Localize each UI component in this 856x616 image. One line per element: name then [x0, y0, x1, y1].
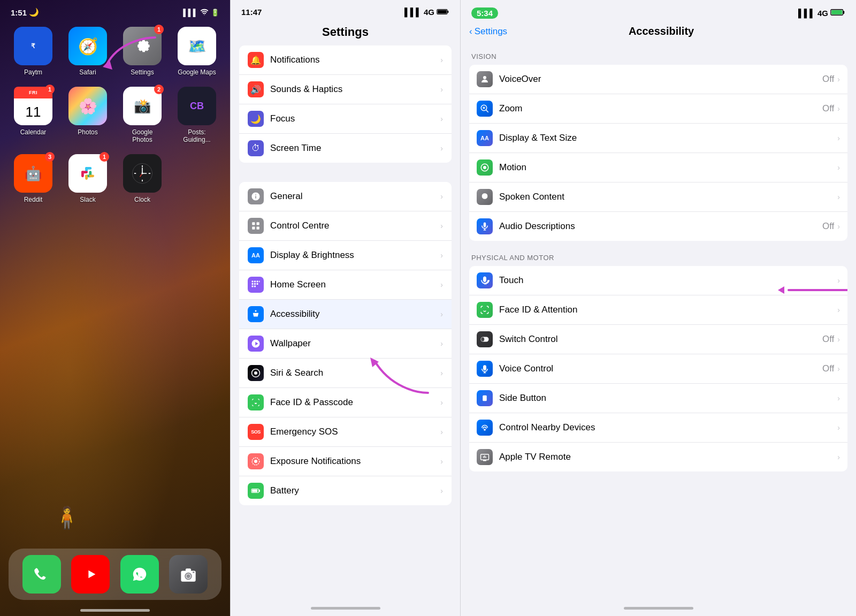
battery-chevron: › [440, 486, 443, 495]
acc-item-switch[interactable]: Switch Control Off › [469, 325, 847, 354]
sos-label: Emergency SOS [270, 427, 440, 437]
acc-item-display[interactable]: AA Display & Text Size › [469, 124, 847, 153]
svg-rect-27 [447, 11, 448, 13]
svg-rect-37 [252, 283, 254, 285]
tv-label: Apple TV Remote [499, 452, 837, 462]
acc-item-side[interactable]: Side Button › [469, 384, 847, 413]
acc-item-spoken[interactable]: Spoken Content › [469, 182, 847, 212]
dock-youtube[interactable] [71, 555, 110, 594]
settings-item-exposure[interactable]: Exposure Notifications › [239, 447, 452, 476]
gphotos-icon: 📸 2 [123, 87, 162, 125]
settings-item-brightness[interactable]: AA Display & Brightness › [239, 241, 452, 270]
svg-rect-38 [254, 283, 256, 285]
home-time: 1:51 [11, 8, 27, 17]
settings-item-focus[interactable]: 🌙 Focus › [239, 104, 452, 134]
acc-home-indicator [624, 607, 693, 610]
gmaps-icon: 🗺️ [178, 27, 216, 65]
settings-item-sos[interactable]: SOS Emergency SOS › [239, 417, 452, 447]
accessibility-panel: 5:34 ▌▌▌ 4G ‹ Settings Accessibility VIS… [460, 0, 856, 616]
acc-time: 5:34 [471, 7, 498, 19]
paytm-icon: ₹ [14, 27, 52, 65]
battery-label: Battery [270, 485, 440, 496]
svg-rect-61 [484, 223, 486, 227]
focus-label: Focus [270, 113, 440, 124]
safari-label: Safari [79, 69, 96, 76]
display-chevron: › [837, 134, 840, 142]
exposure-icon [248, 453, 264, 469]
settings-item-screentime[interactable]: ⏱ Screen Time › [239, 134, 452, 163]
photos-label: Photos [78, 128, 97, 136]
svg-rect-30 [257, 222, 259, 225]
reddit-badge: 3 [45, 152, 55, 162]
settings-item-battery[interactable]: Battery › [239, 476, 452, 505]
dock-camera[interactable] [169, 555, 208, 594]
side-icon [477, 390, 493, 406]
nearby-label: Control Nearby Devices [499, 422, 837, 433]
acc-navigation: ‹ Settings Accessibility [461, 23, 856, 44]
wallpaper-chevron: › [440, 339, 443, 348]
settings-item-homescreen[interactable]: Home Screen › [239, 270, 452, 300]
settings-item-sounds[interactable]: 🔊 Sounds & Haptics › [239, 75, 452, 104]
svg-point-0 [204, 14, 205, 15]
clock-icon [123, 154, 162, 193]
acc-title: Accessibility [507, 25, 815, 37]
phone-icon [22, 555, 61, 594]
settings-list: 🔔 Notifications › 🔊 Sounds & Haptics › 🌙… [231, 45, 460, 603]
svg-rect-34 [254, 281, 256, 283]
settings-item-general[interactable]: General › [239, 182, 452, 211]
home-signal-area: ▌▌▌ 🔋 [183, 9, 219, 17]
svg-point-42 [255, 310, 257, 312]
settings-item-notifications[interactable]: 🔔 Notifications › [239, 45, 452, 75]
sounds-label: Sounds & Haptics [270, 84, 440, 95]
display-label: Display & Text Size [499, 133, 837, 143]
acc-item-audio[interactable]: Audio Descriptions Off › [469, 212, 847, 241]
arrow-annotation-1 [96, 32, 160, 77]
slack-icon: 1 [68, 154, 107, 193]
acc-item-zoom[interactable]: Zoom Off › [469, 94, 847, 124]
home-indicator [80, 609, 150, 612]
acc-item-voice[interactable]: Voice Control Off › [469, 354, 847, 384]
settings-item-control[interactable]: Control Centre › [239, 211, 452, 241]
nearby-chevron: › [837, 423, 840, 432]
app-photos[interactable]: 🌸 Photos [63, 87, 112, 143]
acc-item-voiceover[interactable]: VoiceOver Off › [469, 65, 847, 94]
dock-whatsapp[interactable] [120, 555, 159, 594]
app-clock[interactable]: Clock [118, 154, 167, 203]
voice-icon [477, 361, 493, 377]
voiceover-label: VoiceOver [499, 74, 822, 85]
dock-phone[interactable] [22, 555, 61, 594]
faceid-chevron: › [440, 398, 443, 407]
settings-title: Settings [231, 21, 460, 45]
spoken-chevron: › [837, 193, 840, 201]
app-reddit[interactable]: 🤖 3 Reddit [9, 154, 58, 203]
accessibility-icon [248, 306, 264, 322]
acc-item-nearby[interactable]: Control Nearby Devices › [469, 413, 847, 443]
gmaps-label: Google Maps [178, 69, 216, 76]
app-gmaps[interactable]: 🗺️ Google Maps [172, 27, 221, 76]
app-gphotos[interactable]: 📸 2 Google Photos [118, 87, 167, 143]
photos-icon: 🌸 [68, 87, 107, 125]
app-calendar[interactable]: FRI 11 1 Calendar [9, 87, 58, 143]
svg-point-60 [483, 166, 486, 169]
voice-chevron: › [837, 364, 840, 373]
app-paytm[interactable]: ₹ Paytm [9, 27, 58, 76]
faceid-icon [248, 394, 264, 410]
acc-status-bar: 5:34 ▌▌▌ 4G [461, 0, 856, 23]
arrow-annotation-3 [773, 271, 847, 309]
acc-back-button[interactable]: ‹ Settings [469, 26, 507, 37]
svg-rect-28 [438, 10, 447, 13]
acc-item-tv[interactable]: Apple TV Remote › [469, 443, 847, 471]
motion-icon [477, 159, 493, 176]
figurine-character: 🧍 [54, 505, 80, 530]
acc-item-motion[interactable]: Motion › [469, 153, 847, 182]
app-slack[interactable]: 1 Slack [63, 154, 112, 203]
gphotos-badge: 2 [154, 85, 164, 94]
settings-item-accessibility[interactable]: Accessibility › [239, 300, 452, 329]
app-posts[interactable]: CB Posts: Guiding... [172, 87, 221, 143]
app-dock [9, 549, 221, 600]
switch-label: Switch Control [499, 334, 822, 345]
faceid-label: Face ID & Passcode [270, 397, 440, 408]
camera-icon [169, 555, 208, 594]
svg-rect-52 [843, 11, 845, 13]
brightness-label: Display & Brightness [270, 250, 440, 261]
